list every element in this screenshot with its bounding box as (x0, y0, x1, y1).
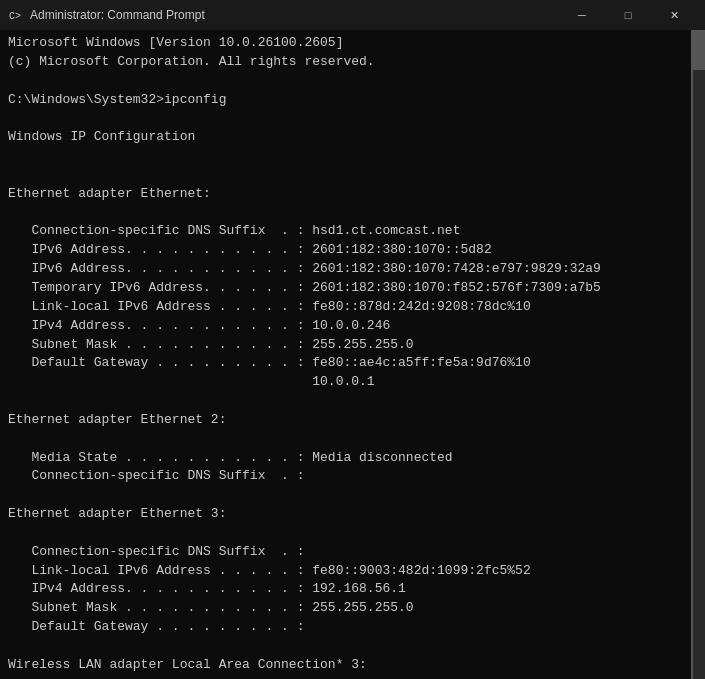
svg-text:C>: C> (9, 11, 21, 22)
terminal-line: Ethernet adapter Ethernet 3: (8, 505, 685, 524)
terminal-line: (c) Microsoft Corporation. All rights re… (8, 53, 685, 72)
terminal-line: Media State . . . . . . . . . . . : Medi… (8, 449, 685, 468)
terminal-line: Default Gateway . . . . . . . . . : (8, 618, 685, 637)
maximize-button[interactable]: □ (605, 0, 651, 30)
terminal-line: C:\Windows\System32>ipconfig (8, 91, 685, 110)
terminal-content[interactable]: Microsoft Windows [Version 10.0.26100.26… (0, 30, 693, 679)
minimize-button[interactable]: ─ (559, 0, 605, 30)
terminal-line: Ethernet adapter Ethernet 2: (8, 411, 685, 430)
terminal-line: Temporary IPv6 Address. . . . . . : 2601… (8, 279, 685, 298)
terminal-line: Link-local IPv6 Address . . . . . : fe80… (8, 298, 685, 317)
terminal-line: Subnet Mask . . . . . . . . . . . : 255.… (8, 336, 685, 355)
terminal-line (8, 637, 685, 656)
terminal-line (8, 486, 685, 505)
terminal-line (8, 392, 685, 411)
terminal-line: Microsoft Windows [Version 10.0.26100.26… (8, 34, 685, 53)
terminal-line (8, 166, 685, 185)
terminal-line: Link-local IPv6 Address . . . . . : fe80… (8, 562, 685, 581)
vertical-divider (691, 30, 693, 679)
terminal-line: Connection-specific DNS Suffix . : hsd1.… (8, 222, 685, 241)
window-title: Administrator: Command Prompt (30, 8, 559, 22)
title-bar: C> Administrator: Command Prompt ─ □ ✕ (0, 0, 705, 30)
terminal-line: Connection-specific DNS Suffix . : (8, 467, 685, 486)
terminal-line: Windows IP Configuration (8, 128, 685, 147)
window: C> Administrator: Command Prompt ─ □ ✕ M… (0, 0, 705, 679)
close-button[interactable]: ✕ (651, 0, 697, 30)
terminal-line (8, 524, 685, 543)
terminal-line (8, 72, 685, 91)
terminal-line: Subnet Mask . . . . . . . . . . . : 255.… (8, 599, 685, 618)
scrollbar-thumb[interactable] (693, 30, 705, 70)
terminal-line: Default Gateway . . . . . . . . . : fe80… (8, 354, 685, 373)
terminal-line (8, 430, 685, 449)
scrollbar-area: Microsoft Windows [Version 10.0.26100.26… (0, 30, 705, 679)
terminal-line: IPv4 Address. . . . . . . . . . . : 192.… (8, 580, 685, 599)
terminal-line: IPv4 Address. . . . . . . . . . . : 10.0… (8, 317, 685, 336)
terminal-line: IPv6 Address. . . . . . . . . . . : 2601… (8, 260, 685, 279)
terminal-line: 10.0.0.1 (8, 373, 685, 392)
terminal-line (8, 109, 685, 128)
cmd-icon: C> (8, 7, 24, 23)
terminal-line: Ethernet adapter Ethernet: (8, 185, 685, 204)
terminal-line (8, 675, 685, 679)
terminal-line: IPv6 Address. . . . . . . . . . . : 2601… (8, 241, 685, 260)
terminal-line: Wireless LAN adapter Local Area Connecti… (8, 656, 685, 675)
terminal-line (8, 147, 685, 166)
window-controls: ─ □ ✕ (559, 0, 697, 30)
terminal-line (8, 204, 685, 223)
scrollbar-track[interactable] (693, 30, 705, 679)
terminal-line: Connection-specific DNS Suffix . : (8, 543, 685, 562)
